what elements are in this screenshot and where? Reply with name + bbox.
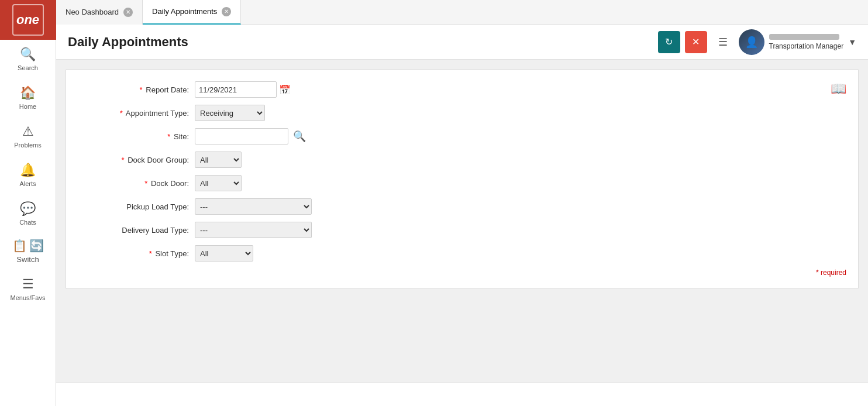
tab-close-neo-dashboard[interactable]: ✕ xyxy=(123,8,133,17)
pickup-load-type-select[interactable]: --- xyxy=(195,198,312,215)
tab-close-daily-appointments[interactable]: ✕ xyxy=(222,7,231,16)
required-star: * xyxy=(149,249,152,258)
form-card: 📖 * Report Date: 📅 * Appointment Type: xyxy=(66,69,859,289)
appointment-type-select[interactable]: Receiving Shipping All xyxy=(195,105,265,121)
appointment-type-row: * Appointment Type: Receiving Shipping A… xyxy=(78,105,846,121)
sidebar-item-problems[interactable]: ⚠ Problems xyxy=(0,117,56,156)
required-star: * xyxy=(122,156,125,164)
site-input-wrapper: 🔍 xyxy=(195,128,308,144)
slot-type-label: * Slot Type: xyxy=(78,249,195,258)
menu-icon: ☰ xyxy=(22,277,34,292)
dock-door-group-label: * Dock Door Group: xyxy=(78,156,195,164)
required-star: * xyxy=(140,85,143,94)
sidebar-item-switch[interactable]: 📋 🔄 Switch xyxy=(0,233,56,270)
report-date-input[interactable] xyxy=(195,81,277,98)
required-star: * xyxy=(120,109,123,118)
sidebar-item-chats[interactable]: 💬 Chats xyxy=(0,194,56,233)
main-area: Neo Dashboard ✕ Daily Appointments ✕ Dai… xyxy=(56,0,868,406)
sidebar-item-label: Home xyxy=(19,103,36,110)
required-star: * xyxy=(167,132,170,141)
app-logo[interactable]: one xyxy=(0,0,56,40)
sidebar-item-label: Search xyxy=(18,64,38,71)
appointment-type-label: * Appointment Type: xyxy=(78,109,195,118)
dock-door-select[interactable]: All xyxy=(195,175,242,191)
chat-icon: 💬 xyxy=(20,201,36,216)
header-actions: ↻ ✕ ☰ 👤 Transportation Manager ▼ xyxy=(658,29,856,55)
home-icon: 🏠 xyxy=(20,85,36,101)
user-role: Transportation Manager xyxy=(769,42,844,50)
page-header: Daily Appointments ↻ ✕ ☰ 👤 Transportatio… xyxy=(56,25,868,60)
user-name-blurred xyxy=(769,34,839,40)
warning-icon: ⚠ xyxy=(22,124,34,139)
user-dropdown-arrow[interactable]: ▼ xyxy=(848,37,856,47)
site-input[interactable] xyxy=(195,128,288,144)
sidebar-item-label: Chats xyxy=(19,219,36,226)
sidebar-item-search[interactable]: 🔍 Search xyxy=(0,40,56,78)
dock-door-row: * Dock Door: All xyxy=(78,175,846,191)
switch-icon-left: 📋 xyxy=(12,239,27,253)
site-search-button[interactable]: 🔍 xyxy=(291,130,308,143)
tab-neo-dashboard[interactable]: Neo Dashboard ✕ xyxy=(56,0,143,25)
tab-label: Daily Appointments xyxy=(152,7,217,16)
sidebar-item-label: Problems xyxy=(14,142,41,149)
refresh-button[interactable]: ↻ xyxy=(658,31,680,53)
bell-icon: 🔔 xyxy=(20,163,36,178)
logo-text: one xyxy=(12,4,44,36)
sidebar-item-label: Switch xyxy=(16,255,39,264)
delivery-load-type-label: Delivery Load Type: xyxy=(78,226,195,235)
close-button[interactable]: ✕ xyxy=(685,31,707,53)
switch-icon-right: 🔄 xyxy=(29,239,44,253)
menu-button[interactable]: ☰ xyxy=(712,31,734,53)
pickup-load-type-row: Pickup Load Type: --- xyxy=(78,198,846,215)
dock-door-group-row: * Dock Door Group: All xyxy=(78,152,846,168)
book-icon[interactable]: 📖 xyxy=(831,81,846,97)
required-note: * required xyxy=(78,269,846,277)
tab-daily-appointments[interactable]: Daily Appointments ✕ xyxy=(143,0,241,25)
dock-door-label: * Dock Door: xyxy=(78,179,195,188)
user-info: Transportation Manager xyxy=(769,34,844,50)
delivery-load-type-select[interactable]: --- xyxy=(195,222,312,238)
tabs-bar: Neo Dashboard ✕ Daily Appointments ✕ xyxy=(56,0,868,25)
sidebar-item-home[interactable]: 🏠 Home xyxy=(0,78,56,117)
report-date-label: * Report Date: xyxy=(78,85,195,94)
date-wrapper: 📅 xyxy=(195,81,291,98)
switch-icons-container: 📋 🔄 xyxy=(12,239,44,253)
sidebar-item-label: Menus/Favs xyxy=(11,294,46,301)
sidebar-item-menus[interactable]: ☰ Menus/Favs xyxy=(0,270,56,308)
delivery-load-type-row: Delivery Load Type: --- xyxy=(78,222,846,238)
slot-type-select[interactable]: All xyxy=(195,245,253,262)
avatar: 👤 xyxy=(739,29,764,55)
required-star: * xyxy=(144,179,147,188)
slot-type-row: * Slot Type: All xyxy=(78,245,846,262)
user-area[interactable]: 👤 Transportation Manager ▼ xyxy=(739,29,856,55)
calendar-icon[interactable]: 📅 xyxy=(279,84,291,95)
dock-door-group-select[interactable]: All xyxy=(195,152,242,168)
sidebar-item-label: Alerts xyxy=(19,180,36,187)
pickup-load-type-label: Pickup Load Type: xyxy=(78,202,195,211)
search-icon: 🔍 xyxy=(20,47,36,62)
site-label: * Site: xyxy=(78,132,195,141)
content-area: 📖 * Report Date: 📅 * Appointment Type: xyxy=(56,60,868,383)
tab-label: Neo Dashboard xyxy=(66,8,119,16)
sidebar: one 🔍 Search 🏠 Home ⚠ Problems 🔔 Alerts … xyxy=(0,0,56,406)
report-date-row: * Report Date: 📅 xyxy=(78,81,846,98)
page-title: Daily Appointments xyxy=(68,35,658,50)
bottom-bar xyxy=(56,383,868,406)
site-row: * Site: 🔍 xyxy=(78,128,846,144)
sidebar-item-alerts[interactable]: 🔔 Alerts xyxy=(0,156,56,194)
